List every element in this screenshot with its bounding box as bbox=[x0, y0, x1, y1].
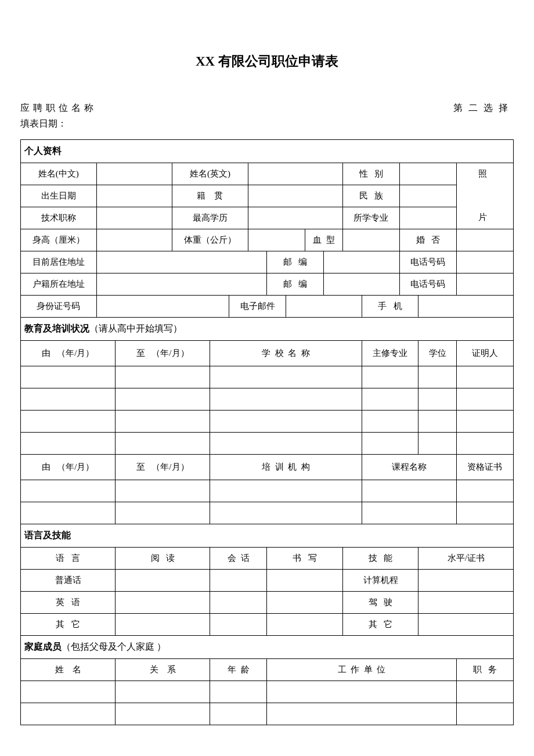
section-language: 语言及技能 bbox=[21, 524, 514, 548]
training-col-cert: 资格证书 bbox=[456, 455, 513, 480]
label-name-en: 姓名(英文) bbox=[172, 163, 248, 185]
section-personal: 个人资料 bbox=[21, 140, 514, 163]
training-col-to: 至 （年/月） bbox=[116, 455, 210, 480]
row-edu-header: 由 （年/月） 至 （年/月） 学 校 名 称 主修专业 学位 证明人 bbox=[21, 341, 514, 366]
label-name-cn: 姓名(中文) bbox=[21, 163, 97, 185]
pre-header: 应聘职位名称 第二选择 bbox=[20, 102, 514, 114]
row-height: 身高（厘米） 体重（公斤） 血 型 婚 否 bbox=[21, 229, 514, 251]
family-col-work: 工 作 单 位 bbox=[267, 659, 456, 681]
family-col-name: 姓 名 bbox=[21, 659, 116, 681]
edu-col-major: 主修专业 bbox=[362, 341, 418, 366]
field-name-en[interactable] bbox=[248, 163, 342, 185]
row-tech-title: 技术职称 最高学历 所学专业 bbox=[21, 207, 514, 229]
label-computer: 计算机程 bbox=[342, 570, 418, 592]
label-postcode-1: 邮 编 bbox=[267, 251, 324, 273]
lang-row-mandarin: 普通话 计算机程 bbox=[21, 570, 514, 592]
field-origin[interactable] bbox=[248, 185, 342, 207]
label-gender: 性 别 bbox=[342, 163, 399, 185]
training-row-2 bbox=[21, 502, 514, 524]
edu-col-degree: 学位 bbox=[418, 341, 456, 366]
section-family: 家庭成员（包括父母及个人家庭 ） bbox=[21, 636, 514, 659]
label-birth: 出生日期 bbox=[21, 185, 97, 207]
edu-row-1 bbox=[21, 366, 514, 388]
label-major: 所学专业 bbox=[342, 207, 399, 229]
training-col-from: 由 （年/月） bbox=[21, 455, 116, 480]
label-phone-1: 电话号码 bbox=[399, 251, 456, 273]
field-hukou-addr[interactable] bbox=[96, 273, 267, 296]
edu-col-to: 至 （年/月） bbox=[116, 341, 210, 366]
label-postcode-2: 邮 编 bbox=[267, 273, 324, 296]
label-email: 电子邮件 bbox=[229, 296, 286, 318]
page-title: XX 有限公司职位申请表 bbox=[20, 52, 514, 70]
family-row-2 bbox=[21, 703, 514, 725]
training-row-1 bbox=[21, 480, 514, 502]
field-tech-title[interactable] bbox=[96, 207, 172, 229]
second-choice-label: 第二选择 bbox=[453, 102, 514, 114]
label-mobile: 手 机 bbox=[362, 296, 418, 318]
field-mobile[interactable] bbox=[418, 296, 514, 318]
edu-row-2 bbox=[21, 388, 514, 411]
photo-frame: 照片 bbox=[456, 163, 513, 229]
row-id: 身份证号码 电子邮件 手 机 bbox=[21, 296, 514, 318]
lang-col-speak: 会 话 bbox=[210, 548, 267, 570]
label-driving: 驾 驶 bbox=[342, 592, 418, 614]
form-date-label: 填表日期： bbox=[20, 118, 514, 130]
field-education[interactable] bbox=[248, 207, 342, 229]
field-name-cn[interactable] bbox=[96, 163, 172, 185]
label-ethnicity: 民 族 bbox=[342, 185, 399, 207]
family-row-1 bbox=[21, 681, 514, 703]
row-name: 姓名(中文) 姓名(英文) 性 别 照片 bbox=[21, 163, 514, 185]
field-phone-2[interactable] bbox=[456, 273, 513, 296]
label-height: 身高（厘米） bbox=[21, 229, 97, 251]
label-english: 英 语 bbox=[21, 592, 116, 614]
label-blood: 血 型 bbox=[305, 229, 342, 251]
label-current-addr: 目前居住地址 bbox=[21, 251, 97, 273]
label-phone-2: 电话号码 bbox=[399, 273, 456, 296]
edu-row-3 bbox=[21, 411, 514, 433]
application-table: 个人资料 姓名(中文) 姓名(英文) 性 别 照片 出生日期 籍 贯 民 族 技… bbox=[20, 139, 514, 725]
field-ethnicity[interactable] bbox=[399, 185, 456, 207]
label-mandarin: 普通话 bbox=[21, 570, 116, 592]
row-birth: 出生日期 籍 贯 民 族 bbox=[21, 185, 514, 207]
section-education: 教育及培训状况（请从高中开始填写） bbox=[21, 318, 514, 341]
label-skill-other: 其 它 bbox=[342, 614, 418, 636]
field-major[interactable] bbox=[399, 207, 456, 229]
lang-col-skill: 技 能 bbox=[342, 548, 418, 570]
row-lang-header: 语 言 阅 读 会 话 书 写 技 能 水平/证书 bbox=[21, 548, 514, 570]
family-col-position: 职 务 bbox=[456, 659, 513, 681]
label-id-number: 身份证号码 bbox=[21, 296, 97, 318]
field-current-addr[interactable] bbox=[96, 251, 267, 273]
field-blood[interactable] bbox=[342, 229, 399, 251]
field-birth[interactable] bbox=[96, 185, 172, 207]
family-col-relation: 关 系 bbox=[116, 659, 210, 681]
position-label: 应聘职位名称 bbox=[20, 102, 97, 114]
edu-col-school: 学 校 名 称 bbox=[210, 341, 362, 366]
field-postcode-1[interactable] bbox=[324, 251, 400, 273]
row-current-addr: 目前居住地址 邮 编 电话号码 bbox=[21, 251, 514, 273]
field-id-number[interactable] bbox=[96, 296, 229, 318]
label-hukou-addr: 户籍所在地址 bbox=[21, 273, 97, 296]
edu-row-4 bbox=[21, 433, 514, 455]
field-weight[interactable] bbox=[248, 229, 305, 251]
label-weight: 体重（公斤） bbox=[172, 229, 248, 251]
field-marital[interactable] bbox=[456, 229, 513, 251]
lang-row-other: 其 它 其 它 bbox=[21, 614, 514, 636]
field-height[interactable] bbox=[96, 229, 172, 251]
field-postcode-2[interactable] bbox=[324, 273, 400, 296]
field-email[interactable] bbox=[286, 296, 362, 318]
lang-col-language: 语 言 bbox=[21, 548, 116, 570]
lang-row-english: 英 语 驾 驶 bbox=[21, 592, 514, 614]
label-origin: 籍 贯 bbox=[172, 185, 248, 207]
field-gender[interactable] bbox=[399, 163, 456, 185]
lang-col-read: 阅 读 bbox=[116, 548, 210, 570]
family-col-age: 年 龄 bbox=[210, 659, 267, 681]
lang-col-level: 水平/证书 bbox=[418, 548, 514, 570]
label-tech-title: 技术职称 bbox=[21, 207, 97, 229]
edu-col-from: 由 （年/月） bbox=[21, 341, 116, 366]
edu-col-reference: 证明人 bbox=[456, 341, 513, 366]
row-family-header: 姓 名 关 系 年 龄 工 作 单 位 职 务 bbox=[21, 659, 514, 681]
field-phone-1[interactable] bbox=[456, 251, 513, 273]
label-education: 最高学历 bbox=[172, 207, 248, 229]
training-col-course: 课程名称 bbox=[362, 455, 456, 480]
label-lang-other: 其 它 bbox=[21, 614, 116, 636]
